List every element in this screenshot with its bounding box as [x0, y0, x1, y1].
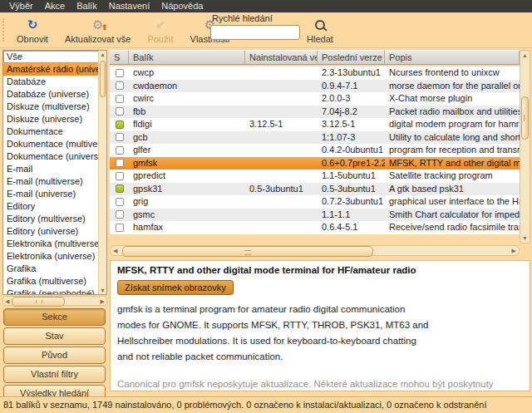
- scroll-up-icon[interactable]: ▲: [100, 52, 106, 57]
- package-description: digital modem program for hamradio: [385, 118, 520, 131]
- latest-version: 2.3-13ubuntu1: [318, 66, 385, 80]
- sidebar-item[interactable]: Databáze (universe): [3, 88, 99, 101]
- package-name: gpredict: [129, 170, 245, 183]
- scroll-left-icon[interactable]: ◀: [5, 298, 9, 304]
- sidebar-item[interactable]: Amatérské rádio (universe): [3, 63, 99, 76]
- table-row[interactable]: gcb1:1.07-3Utility to calculate long and…: [110, 131, 520, 145]
- sidebar-item[interactable]: Dokumentace (universe): [3, 150, 99, 163]
- column-header[interactable]: Popis: [385, 51, 520, 65]
- column-header[interactable]: Balík: [129, 51, 245, 65]
- package-name: hamfax: [129, 221, 245, 234]
- table-row[interactable]: cwirc2.0.0-3X-Chat morse plugin: [110, 92, 520, 106]
- get-screenshot-button[interactable]: Získat snímek obrazovky: [117, 280, 234, 295]
- table-vertical-scrollbar[interactable]: ▲ ▼: [520, 50, 530, 243]
- menu-item[interactable]: Výběr: [3, 0, 39, 12]
- table-row[interactable]: gsmc1.1-1.1Smith Chart calculator for im…: [110, 209, 520, 222]
- column-header[interactable]: Nainstalovaná ver: [245, 51, 318, 65]
- installed-status-icon[interactable]: [116, 120, 124, 129]
- table-scroll-thumb[interactable]: [521, 96, 529, 140]
- sidebar-hscroll-thumb[interactable]: [12, 297, 65, 307]
- filter-button[interactable]: Vlastní filtry: [3, 366, 106, 383]
- sidebar-item[interactable]: Diskuze (multiverse): [3, 101, 99, 113]
- toolbar-button-update-all[interactable]: Aktualizovat vše: [57, 14, 139, 46]
- menu-item[interactable]: Balík: [71, 0, 102, 12]
- search-button[interactable]: Hledat: [301, 14, 339, 44]
- scroll-down-icon[interactable]: ▼: [522, 235, 528, 241]
- table-row[interactable]: gpsk310.5-3ubuntu10.5-3ubuntu1A gtk base…: [110, 183, 520, 196]
- not-installed-checkbox[interactable]: [116, 133, 124, 141]
- table-row[interactable]: cwdaemon0.9.4-7.1morse daemon for the pa…: [110, 80, 520, 93]
- sidebar-item[interactable]: E-mail: [3, 163, 99, 175]
- table-horizontal-scrollbar[interactable]: ◀ ▶: [110, 245, 520, 256]
- installed-version: [245, 131, 318, 145]
- latest-version: 0.5-3ubuntu1: [318, 183, 385, 196]
- sidebar-item[interactable]: Editory: [3, 200, 99, 213]
- scroll-down-icon[interactable]: ▼: [100, 288, 106, 293]
- not-installed-checkbox[interactable]: [116, 198, 124, 206]
- sidebar-item[interactable]: E-mail (multiverse): [3, 175, 99, 188]
- sidebar-item[interactable]: Grafika (multiverse): [3, 275, 99, 288]
- status-cell: [110, 66, 129, 80]
- table-row[interactable]: gmfsk0.6+0.7pre1-2.2MFSK, RTTY and other…: [110, 157, 520, 170]
- sections-list: VšeAmatérské rádio (universe)DatabázeDat…: [2, 50, 107, 295]
- toolbar-button-refresh[interactable]: Obnovit: [8, 14, 57, 46]
- not-installed-checkbox[interactable]: [116, 146, 124, 155]
- scroll-right-icon[interactable]: ▶: [101, 298, 105, 304]
- column-header[interactable]: Poslední verze: [318, 51, 385, 65]
- table-row[interactable]: cwcp2.3-13ubuntu1Ncurses frontend to uni…: [110, 66, 520, 80]
- not-installed-checkbox[interactable]: [116, 159, 124, 167]
- filter-button[interactable]: Původ: [3, 347, 106, 364]
- not-installed-checkbox[interactable]: [116, 69, 124, 77]
- installed-version: [245, 66, 318, 80]
- scroll-left-icon[interactable]: ◀: [113, 248, 117, 253]
- table-row[interactable]: gpredict1.1-5ubuntu1Satellite tracking p…: [110, 170, 520, 183]
- latest-version: 1:1.07-3: [318, 131, 385, 145]
- not-installed-checkbox[interactable]: [116, 224, 124, 232]
- table-row[interactable]: grig0.7.2-3ubuntu1graphical user interfa…: [110, 195, 520, 209]
- filter-button[interactable]: Stav: [3, 327, 106, 345]
- not-installed-checkbox[interactable]: [116, 210, 124, 219]
- sidebar-item[interactable]: Grafika (nesvobodné): [3, 288, 99, 295]
- sidebar-item[interactable]: Elektronika (multiverse): [3, 238, 99, 250]
- not-installed-checkbox[interactable]: [116, 81, 124, 90]
- sidebar-item[interactable]: Diskuze (universe): [3, 113, 99, 125]
- sidebar-item[interactable]: Grafika: [3, 263, 99, 275]
- table-header: SBalíkNainstalovaná verPoslední verzePop…: [110, 50, 520, 65]
- table-hscroll-thumb[interactable]: [122, 246, 373, 257]
- sidebar-item[interactable]: Vše: [3, 51, 99, 63]
- scroll-up-icon[interactable]: ▲: [522, 52, 528, 58]
- menu-item[interactable]: Nápověda: [155, 0, 209, 12]
- sidebar-item[interactable]: Elektronika (universe): [3, 250, 99, 263]
- installed-status-icon[interactable]: [116, 184, 124, 193]
- toolbar-grip[interactable]: [2, 18, 4, 42]
- sidebar-item[interactable]: E-mail (universe): [3, 188, 99, 200]
- sidebar-item[interactable]: Editory (multiverse): [3, 213, 99, 225]
- table-row[interactable]: fbb7.04j-8.2Packet radio mailbox and uti…: [110, 106, 520, 119]
- sidebar-item[interactable]: Dokumentace: [3, 125, 99, 138]
- sidebar-item[interactable]: Databáze: [3, 76, 99, 88]
- toolbar-button-apply-check[interactable]: Použít: [139, 14, 181, 46]
- latest-version: 0.4.2-0ubuntu1: [318, 144, 385, 157]
- scroll-right-icon[interactable]: ▶: [512, 248, 516, 253]
- sidebar-horizontal-scrollbar[interactable]: ◀ ▶: [2, 296, 107, 306]
- not-installed-checkbox[interactable]: [116, 95, 124, 103]
- menu-item[interactable]: Nastavení: [103, 0, 156, 12]
- sidebar-scroll-thumb[interactable]: [100, 61, 106, 97]
- quick-search: Rychlé hledání: [210, 13, 300, 40]
- table-row[interactable]: glfer0.4.2-0ubuntu1program for reception…: [110, 144, 520, 157]
- package-name: fldigi: [129, 118, 245, 131]
- column-header[interactable]: S: [110, 51, 129, 65]
- table-row[interactable]: fldigi3.12.5-13.12.5-1digital modem prog…: [110, 118, 520, 131]
- filter-button[interactable]: Sekce: [3, 308, 106, 326]
- package-description: MFSK, RTTY and other digital mode te: [385, 157, 520, 170]
- not-installed-checkbox[interactable]: [116, 172, 124, 180]
- table-row[interactable]: hamfax0.6.4-5.1Receive/send radio facsim…: [110, 221, 520, 234]
- sidebar-vertical-scrollbar[interactable]: ▲ ▼: [98, 51, 106, 294]
- sidebar-item[interactable]: Dokumentace (multiverse): [3, 138, 99, 150]
- not-installed-checkbox[interactable]: [116, 107, 124, 116]
- latest-version: 0.9.4-7.1: [318, 80, 385, 93]
- quick-search-input[interactable]: [210, 25, 300, 40]
- search-button-label: Hledat: [307, 34, 333, 44]
- sidebar-item[interactable]: Editory (universe): [3, 225, 99, 238]
- menu-item[interactable]: Akce: [39, 0, 71, 12]
